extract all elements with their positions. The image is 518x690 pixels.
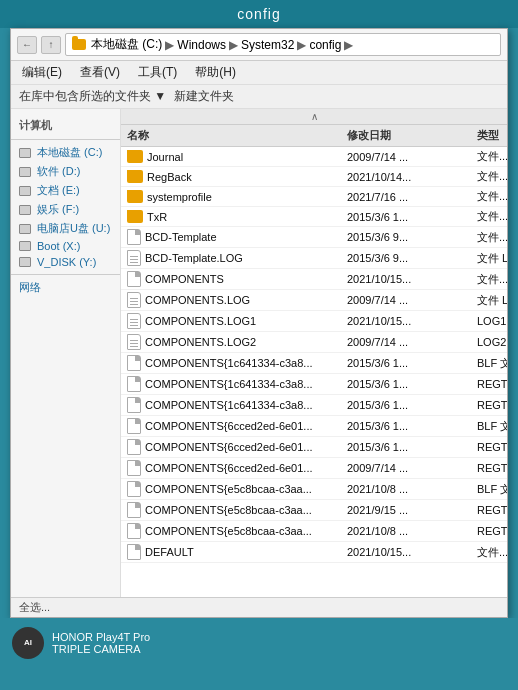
file-name: COMPONENTS.LOG [145, 294, 250, 306]
file-name-cell: COMPONENTS{e5c8bcaa-c3aa... [127, 502, 347, 518]
status-bar: 全选... [11, 597, 507, 617]
folder-icon [127, 190, 143, 203]
table-row[interactable]: COMPONENTS{6cced2ed-6e01... 2009/7/14 ..… [121, 458, 507, 479]
file-type: REGTR... [477, 462, 507, 474]
table-row[interactable]: BCD-Template.LOG 2015/3/6 9... 文件 L... [121, 248, 507, 269]
file-name: COMPONENTS{1c641334-c3a8... [145, 357, 313, 369]
file-icon [127, 544, 141, 560]
sidebar-item-x[interactable]: Boot (X:) [11, 238, 120, 254]
col-name-header[interactable]: 名称 [127, 128, 347, 143]
file-type: 文件... [477, 209, 507, 224]
file-type: REGTR... [477, 399, 507, 411]
file-icon [127, 439, 141, 455]
file-name-cell: COMPONENTS{6cced2ed-6e01... [127, 460, 347, 476]
file-date: 2021/10/8 ... [347, 483, 477, 495]
file-name-cell: COMPONENTS{6cced2ed-6e01... [127, 439, 347, 455]
file-name: COMPONENTS.LOG2 [145, 336, 256, 348]
new-folder-button[interactable]: 新建文件夹 [174, 88, 234, 105]
path-config[interactable]: config [309, 38, 341, 52]
sidebar-item-network[interactable]: 网络 [11, 278, 120, 297]
drive-y-icon [19, 257, 31, 267]
drive-x-icon [19, 241, 31, 251]
file-date: 2021/10/14... [347, 171, 477, 183]
file-type: 文件 L... [477, 293, 507, 308]
table-row[interactable]: COMPONENTS.LOG2 2009/7/14 ... LOG2... [121, 332, 507, 353]
file-date: 2009/7/14 ... [347, 462, 477, 474]
table-row[interactable]: COMPONENTS{1c641334-c3a8... 2015/3/6 1..… [121, 353, 507, 374]
back-button[interactable]: ← [17, 36, 37, 54]
col-date-header[interactable]: 修改日期 [347, 128, 477, 143]
table-row[interactable]: COMPONENTS{6cced2ed-6e01... 2015/3/6 1..… [121, 416, 507, 437]
table-row[interactable]: BCD-Template 2015/3/6 9... 文件... [121, 227, 507, 248]
sidebar-item-u[interactable]: 电脑店U盘 (U:) [11, 219, 120, 238]
drive-f-icon [19, 205, 31, 215]
sidebar-drives: 本地磁盘 (C:) 软件 (D:) 文档 (E:) 娱乐 (F:) 电脑店U盘 … [11, 143, 120, 270]
menu-view[interactable]: 查看(V) [77, 63, 123, 82]
table-row[interactable]: COMPONENTS{e5c8bcaa-c3aa... 2021/9/15 ..… [121, 500, 507, 521]
path-windows[interactable]: Windows [177, 38, 226, 52]
up-button[interactable]: ↑ [41, 36, 61, 54]
sidebar-divider [11, 139, 120, 140]
sidebar-item-f[interactable]: 娱乐 (F:) [11, 200, 120, 219]
file-name-cell: BCD-Template.LOG [127, 250, 347, 266]
file-type: BLF 文... [477, 419, 507, 434]
col-type-header[interactable]: 类型 [477, 128, 507, 143]
path-system32[interactable]: System32 [241, 38, 294, 52]
table-row[interactable]: COMPONENTS 2021/10/15... 文件... [121, 269, 507, 290]
table-row[interactable]: COMPONENTS{1c641334-c3a8... 2015/3/6 1..… [121, 395, 507, 416]
folder-icon [127, 170, 143, 183]
file-date: 2009/7/14 ... [347, 151, 477, 163]
file-type: 文件... [477, 545, 507, 560]
menu-help[interactable]: 帮助(H) [192, 63, 239, 82]
file-date: 2015/3/6 1... [347, 378, 477, 390]
table-row[interactable]: COMPONENTS.LOG 2009/7/14 ... 文件 L... [121, 290, 507, 311]
organize-button[interactable]: 在库中包含所选的文件夹 ▼ [19, 88, 166, 105]
menu-bar: 编辑(E) 查看(V) 工具(T) 帮助(H) [11, 61, 507, 85]
file-type: 文件... [477, 149, 507, 164]
file-name-cell: DEFAULT [127, 544, 347, 560]
address-path[interactable]: 本地磁盘 (C:) ▶ Windows ▶ System32 ▶ config … [65, 33, 501, 56]
file-date: 2021/10/15... [347, 273, 477, 285]
scroll-up-button[interactable]: ∧ [121, 109, 507, 125]
path-local-disk[interactable]: 本地磁盘 (C:) [91, 36, 162, 53]
main-area: 计算机 本地磁盘 (C:) 软件 (D:) 文档 (E:) 娱乐 (F:) [11, 109, 507, 597]
file-type: 文件... [477, 189, 507, 204]
title-bar: config [0, 0, 518, 28]
file-name-cell: COMPONENTS{1c641334-c3a8... [127, 355, 347, 371]
file-icon [127, 460, 141, 476]
file-icon [127, 523, 141, 539]
file-date: 2015/3/6 1... [347, 399, 477, 411]
file-name-cell: COMPONENTS.LOG [127, 292, 347, 308]
table-row[interactable]: DEFAULT 2021/10/15... 文件... [121, 542, 507, 563]
window-title: config [237, 6, 280, 22]
table-row[interactable]: COMPONENTS.LOG1 2021/10/15... LOG1... [121, 311, 507, 332]
file-name: COMPONENTS{1c641334-c3a8... [145, 378, 313, 390]
table-row[interactable]: COMPONENTS{e5c8bcaa-c3aa... 2021/10/8 ..… [121, 479, 507, 500]
ai-badge-icon: AI [12, 627, 44, 659]
sidebar-label-x: Boot (X:) [37, 240, 80, 252]
file-name: COMPONENTS.LOG1 [145, 315, 256, 327]
table-row[interactable]: systemprofile 2021/7/16 ... 文件... [121, 187, 507, 207]
file-date: 2015/3/6 1... [347, 420, 477, 432]
file-name-cell: RegBack [127, 170, 347, 183]
table-row[interactable]: COMPONENTS{e5c8bcaa-c3aa... 2021/10/8 ..… [121, 521, 507, 542]
sidebar-item-c[interactable]: 本地磁盘 (C:) [11, 143, 120, 162]
status-text: 全选... [19, 601, 50, 613]
file-name-cell: COMPONENTS{e5c8bcaa-c3aa... [127, 523, 347, 539]
file-name: RegBack [147, 171, 192, 183]
menu-tools[interactable]: 工具(T) [135, 63, 180, 82]
table-row[interactable]: COMPONENTS{1c641334-c3a8... 2015/3/6 1..… [121, 374, 507, 395]
sidebar-item-d[interactable]: 软件 (D:) [11, 162, 120, 181]
sidebar-label-d: 软件 (D:) [37, 164, 80, 179]
file-date: 2009/7/14 ... [347, 294, 477, 306]
table-row[interactable]: RegBack 2021/10/14... 文件... [121, 167, 507, 187]
menu-edit[interactable]: 编辑(E) [19, 63, 65, 82]
sidebar-item-y[interactable]: V_DISK (Y:) [11, 254, 120, 270]
table-row[interactable]: TxR 2015/3/6 1... 文件... [121, 207, 507, 227]
table-row[interactable]: COMPONENTS{6cced2ed-6e01... 2015/3/6 1..… [121, 437, 507, 458]
sidebar-item-e[interactable]: 文档 (E:) [11, 181, 120, 200]
table-row[interactable]: Journal 2009/7/14 ... 文件... [121, 147, 507, 167]
file-date: 2015/3/6 9... [347, 252, 477, 264]
file-date: 2021/9/15 ... [347, 504, 477, 516]
file-icon [127, 481, 141, 497]
